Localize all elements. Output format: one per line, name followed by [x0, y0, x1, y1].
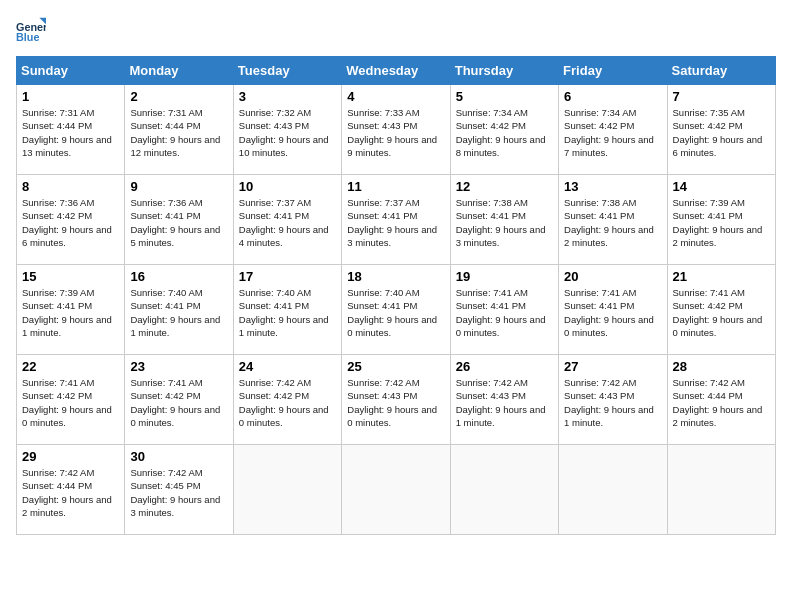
sunrise-label: Sunrise: 7:36 AM — [22, 197, 94, 208]
sunset-label: Sunset: 4:43 PM — [564, 390, 634, 401]
sunset-label: Sunset: 4:42 PM — [239, 390, 309, 401]
sunrise-label: Sunrise: 7:40 AM — [239, 287, 311, 298]
calendar-cell: 2 Sunrise: 7:31 AM Sunset: 4:44 PM Dayli… — [125, 85, 233, 175]
day-info: Sunrise: 7:33 AM Sunset: 4:43 PM Dayligh… — [347, 106, 444, 159]
weekday-header: Wednesday — [342, 57, 450, 85]
daylight-label: Daylight: 9 hours and 2 minutes. — [673, 224, 763, 248]
day-info: Sunrise: 7:38 AM Sunset: 4:41 PM Dayligh… — [564, 196, 661, 249]
calendar-cell: 9 Sunrise: 7:36 AM Sunset: 4:41 PM Dayli… — [125, 175, 233, 265]
day-info: Sunrise: 7:31 AM Sunset: 4:44 PM Dayligh… — [22, 106, 119, 159]
weekday-header: Saturday — [667, 57, 775, 85]
daylight-label: Daylight: 9 hours and 0 minutes. — [239, 404, 329, 428]
calendar-header-row: SundayMondayTuesdayWednesdayThursdayFrid… — [17, 57, 776, 85]
sunrise-label: Sunrise: 7:41 AM — [456, 287, 528, 298]
calendar-cell: 18 Sunrise: 7:40 AM Sunset: 4:41 PM Dayl… — [342, 265, 450, 355]
calendar-cell: 23 Sunrise: 7:41 AM Sunset: 4:42 PM Dayl… — [125, 355, 233, 445]
page-header: General Blue — [16, 16, 776, 46]
daylight-label: Daylight: 9 hours and 9 minutes. — [347, 134, 437, 158]
daylight-label: Daylight: 9 hours and 3 minutes. — [130, 494, 220, 518]
calendar-week-row: 8 Sunrise: 7:36 AM Sunset: 4:42 PM Dayli… — [17, 175, 776, 265]
day-number: 23 — [130, 359, 227, 374]
sunrise-label: Sunrise: 7:42 AM — [564, 377, 636, 388]
day-number: 1 — [22, 89, 119, 104]
sunrise-label: Sunrise: 7:42 AM — [347, 377, 419, 388]
sunset-label: Sunset: 4:41 PM — [347, 300, 417, 311]
day-info: Sunrise: 7:31 AM Sunset: 4:44 PM Dayligh… — [130, 106, 227, 159]
sunrise-label: Sunrise: 7:42 AM — [22, 467, 94, 478]
daylight-label: Daylight: 9 hours and 10 minutes. — [239, 134, 329, 158]
sunset-label: Sunset: 4:44 PM — [130, 120, 200, 131]
calendar-cell — [342, 445, 450, 535]
daylight-label: Daylight: 9 hours and 7 minutes. — [564, 134, 654, 158]
day-info: Sunrise: 7:37 AM Sunset: 4:41 PM Dayligh… — [239, 196, 336, 249]
sunset-label: Sunset: 4:42 PM — [673, 120, 743, 131]
daylight-label: Daylight: 9 hours and 0 minutes. — [673, 314, 763, 338]
calendar-cell: 14 Sunrise: 7:39 AM Sunset: 4:41 PM Dayl… — [667, 175, 775, 265]
calendar-cell: 20 Sunrise: 7:41 AM Sunset: 4:41 PM Dayl… — [559, 265, 667, 355]
sunrise-label: Sunrise: 7:31 AM — [130, 107, 202, 118]
calendar-cell: 12 Sunrise: 7:38 AM Sunset: 4:41 PM Dayl… — [450, 175, 558, 265]
sunrise-label: Sunrise: 7:39 AM — [22, 287, 94, 298]
calendar-cell: 29 Sunrise: 7:42 AM Sunset: 4:44 PM Dayl… — [17, 445, 125, 535]
sunrise-label: Sunrise: 7:34 AM — [564, 107, 636, 118]
day-info: Sunrise: 7:42 AM Sunset: 4:43 PM Dayligh… — [347, 376, 444, 429]
daylight-label: Daylight: 9 hours and 0 minutes. — [130, 404, 220, 428]
day-info: Sunrise: 7:40 AM Sunset: 4:41 PM Dayligh… — [239, 286, 336, 339]
sunrise-label: Sunrise: 7:35 AM — [673, 107, 745, 118]
sunset-label: Sunset: 4:43 PM — [239, 120, 309, 131]
day-info: Sunrise: 7:37 AM Sunset: 4:41 PM Dayligh… — [347, 196, 444, 249]
calendar-cell: 3 Sunrise: 7:32 AM Sunset: 4:43 PM Dayli… — [233, 85, 341, 175]
day-info: Sunrise: 7:36 AM Sunset: 4:41 PM Dayligh… — [130, 196, 227, 249]
day-info: Sunrise: 7:35 AM Sunset: 4:42 PM Dayligh… — [673, 106, 770, 159]
sunrise-label: Sunrise: 7:42 AM — [456, 377, 528, 388]
daylight-label: Daylight: 9 hours and 2 minutes. — [673, 404, 763, 428]
sunrise-label: Sunrise: 7:36 AM — [130, 197, 202, 208]
day-info: Sunrise: 7:38 AM Sunset: 4:41 PM Dayligh… — [456, 196, 553, 249]
day-number: 28 — [673, 359, 770, 374]
logo-icon: General Blue — [16, 16, 46, 46]
calendar-cell — [233, 445, 341, 535]
sunset-label: Sunset: 4:41 PM — [456, 300, 526, 311]
day-number: 6 — [564, 89, 661, 104]
sunset-label: Sunset: 4:41 PM — [673, 210, 743, 221]
calendar-cell: 26 Sunrise: 7:42 AM Sunset: 4:43 PM Dayl… — [450, 355, 558, 445]
sunset-label: Sunset: 4:44 PM — [22, 120, 92, 131]
daylight-label: Daylight: 9 hours and 0 minutes. — [347, 314, 437, 338]
sunrise-label: Sunrise: 7:37 AM — [347, 197, 419, 208]
daylight-label: Daylight: 9 hours and 0 minutes. — [456, 314, 546, 338]
calendar-cell: 10 Sunrise: 7:37 AM Sunset: 4:41 PM Dayl… — [233, 175, 341, 265]
calendar-week-row: 29 Sunrise: 7:42 AM Sunset: 4:44 PM Dayl… — [17, 445, 776, 535]
sunrise-label: Sunrise: 7:41 AM — [22, 377, 94, 388]
day-number: 13 — [564, 179, 661, 194]
day-info: Sunrise: 7:34 AM Sunset: 4:42 PM Dayligh… — [564, 106, 661, 159]
day-number: 25 — [347, 359, 444, 374]
daylight-label: Daylight: 9 hours and 0 minutes. — [347, 404, 437, 428]
day-info: Sunrise: 7:41 AM Sunset: 4:42 PM Dayligh… — [130, 376, 227, 429]
sunset-label: Sunset: 4:41 PM — [564, 300, 634, 311]
calendar-cell: 6 Sunrise: 7:34 AM Sunset: 4:42 PM Dayli… — [559, 85, 667, 175]
day-info: Sunrise: 7:39 AM Sunset: 4:41 PM Dayligh… — [22, 286, 119, 339]
calendar-cell: 28 Sunrise: 7:42 AM Sunset: 4:44 PM Dayl… — [667, 355, 775, 445]
day-number: 9 — [130, 179, 227, 194]
daylight-label: Daylight: 9 hours and 5 minutes. — [130, 224, 220, 248]
logo: General Blue — [16, 16, 50, 46]
day-info: Sunrise: 7:32 AM Sunset: 4:43 PM Dayligh… — [239, 106, 336, 159]
sunset-label: Sunset: 4:41 PM — [239, 210, 309, 221]
sunset-label: Sunset: 4:42 PM — [673, 300, 743, 311]
calendar-cell: 24 Sunrise: 7:42 AM Sunset: 4:42 PM Dayl… — [233, 355, 341, 445]
sunset-label: Sunset: 4:42 PM — [130, 390, 200, 401]
sunset-label: Sunset: 4:43 PM — [347, 120, 417, 131]
sunset-label: Sunset: 4:43 PM — [347, 390, 417, 401]
day-number: 4 — [347, 89, 444, 104]
day-number: 19 — [456, 269, 553, 284]
day-info: Sunrise: 7:41 AM Sunset: 4:41 PM Dayligh… — [564, 286, 661, 339]
weekday-header: Thursday — [450, 57, 558, 85]
sunrise-label: Sunrise: 7:39 AM — [673, 197, 745, 208]
daylight-label: Daylight: 9 hours and 3 minutes. — [456, 224, 546, 248]
calendar-cell: 8 Sunrise: 7:36 AM Sunset: 4:42 PM Dayli… — [17, 175, 125, 265]
day-number: 18 — [347, 269, 444, 284]
daylight-label: Daylight: 9 hours and 6 minutes. — [22, 224, 112, 248]
day-number: 3 — [239, 89, 336, 104]
daylight-label: Daylight: 9 hours and 1 minute. — [130, 314, 220, 338]
weekday-header: Monday — [125, 57, 233, 85]
